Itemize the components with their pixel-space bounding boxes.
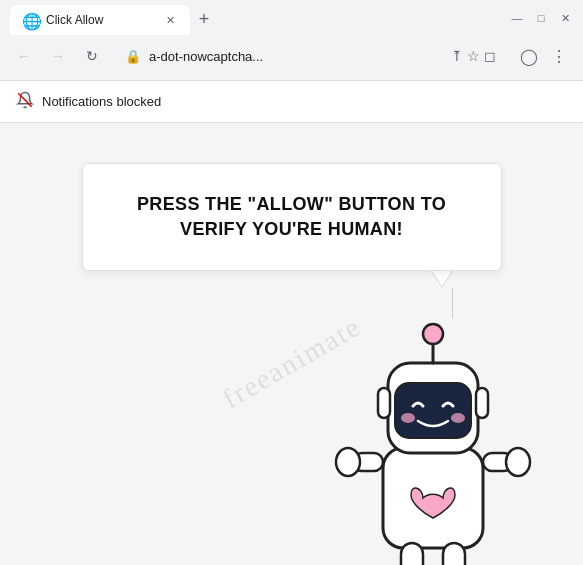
window-controls: ― □ ✕: [509, 10, 573, 26]
svg-rect-7: [401, 543, 423, 565]
svg-rect-15: [378, 388, 390, 418]
svg-point-11: [401, 413, 415, 423]
browser-chrome: 🌐 Click Allow ✕ + ― □ ✕ ← → ↻ 🔒 a-dot-no…: [0, 0, 583, 81]
maximize-button[interactable]: □: [533, 10, 549, 26]
svg-rect-10: [395, 383, 471, 438]
star-icon[interactable]: ☆: [467, 48, 480, 64]
svg-point-12: [451, 413, 465, 423]
refresh-button[interactable]: ↻: [78, 42, 106, 70]
profile-button[interactable]: ◯: [515, 42, 543, 70]
forward-button[interactable]: →: [44, 42, 72, 70]
notification-blocked-text: Notifications blocked: [42, 94, 161, 109]
page-content: freeanimate PRESS THE "ALLOW" BUTTON TO …: [0, 123, 583, 565]
notification-bar: Notifications blocked: [0, 81, 583, 123]
omnibox[interactable]: 🔒 a-dot-nowcaptcha... ⤒ ☆ ◻: [112, 40, 509, 72]
omnibox-icons: ⤒ ☆ ◻: [451, 48, 496, 64]
notification-blocked-icon: [16, 91, 34, 112]
svg-point-6: [506, 448, 530, 476]
address-bar: ← → ↻ 🔒 a-dot-nowcaptcha... ⤒ ☆ ◻ ◯ ⋮: [0, 36, 583, 80]
robot-illustration: [323, 288, 543, 565]
lock-icon: 🔒: [125, 49, 141, 64]
svg-point-14: [423, 324, 443, 344]
close-window-button[interactable]: ✕: [557, 10, 573, 26]
toolbar-icons: ◯ ⋮: [515, 42, 573, 70]
back-button[interactable]: ←: [10, 42, 38, 70]
svg-point-5: [336, 448, 360, 476]
verify-message: PRESS THE "ALLOW" BUTTON TO VERIFY YOU'R…: [123, 192, 461, 242]
tab-close-button[interactable]: ✕: [162, 12, 178, 28]
reader-mode-icon[interactable]: ◻: [484, 48, 496, 64]
new-tab-button[interactable]: +: [190, 5, 218, 33]
tab-title: Click Allow: [46, 13, 154, 27]
title-bar: 🌐 Click Allow ✕ + ― □ ✕: [0, 0, 583, 36]
svg-rect-8: [443, 543, 465, 565]
menu-button[interactable]: ⋮: [545, 42, 573, 70]
message-box: PRESS THE "ALLOW" BUTTON TO VERIFY YOU'R…: [82, 163, 502, 271]
active-tab[interactable]: 🌐 Click Allow ✕: [10, 5, 190, 35]
tab-area: 🌐 Click Allow ✕ +: [10, 3, 509, 33]
url-text: a-dot-nowcaptcha...: [149, 49, 443, 64]
minimize-button[interactable]: ―: [509, 10, 525, 26]
svg-rect-16: [476, 388, 488, 418]
share-icon[interactable]: ⤒: [451, 48, 463, 64]
tab-favicon: 🌐: [22, 12, 38, 28]
speech-bubble-pointer: [430, 270, 454, 288]
